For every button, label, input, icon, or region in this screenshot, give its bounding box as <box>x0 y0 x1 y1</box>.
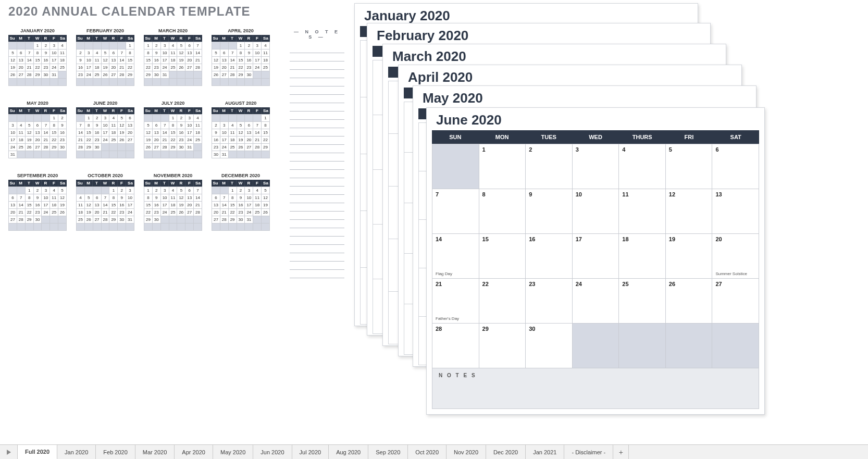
mini-month-body: 1234567891011121314151617181920212223242… <box>212 187 270 231</box>
mini-month-title: JULY 2020 <box>144 101 202 106</box>
mini-month-header: SuMTWRFSa <box>76 35 134 42</box>
day-cell[interactable]: 13 <box>712 189 759 234</box>
mini-month-title: JANUARY 2020 <box>8 28 67 33</box>
mini-month-header: SuMTWRFSa <box>212 180 270 187</box>
sheet-tab[interactable]: Apr 2020 <box>175 445 213 459</box>
month-page-stack: January 2020SUNMONTUESWEDTHURSFRISATFebr… <box>354 3 860 436</box>
day-cell[interactable]: 4 <box>619 144 666 189</box>
day-cell[interactable]: 5 <box>666 144 713 189</box>
mini-month-body: 1234567891011121314151617181920212223242… <box>8 114 67 158</box>
day-number: 12 <box>669 191 709 197</box>
day-number: 29 <box>482 326 523 332</box>
day-cell[interactable]: 28 <box>432 324 479 368</box>
month-page-title: February 2020 <box>367 23 710 46</box>
day-number: 13 <box>715 191 755 197</box>
sheet-tab[interactable]: Feb 2020 <box>96 445 135 459</box>
mini-month-header: SuMTWRFSa <box>212 107 270 114</box>
day-number: 30 <box>529 326 569 332</box>
notes-lines[interactable] <box>290 45 344 279</box>
sheet-tab[interactable]: Jan 2021 <box>526 445 564 459</box>
day-cell[interactable]: 29 <box>479 324 526 368</box>
mini-month-header: SuMTWRFSa <box>144 35 202 42</box>
day-number: 26 <box>669 281 709 287</box>
day-event: Father's Day <box>436 316 476 321</box>
day-cell[interactable]: 23 <box>526 279 573 324</box>
mini-month-title: NOVEMBER 2020 <box>144 173 202 178</box>
svg-marker-0 <box>7 450 11 455</box>
day-number: 19 <box>669 236 709 242</box>
day-cell[interactable]: 14Flag Day <box>432 234 479 279</box>
day-cell[interactable]: 19 <box>666 234 713 279</box>
sheet-tab[interactable]: Aug 2020 <box>329 445 368 459</box>
mini-month-body: 1234567891011121314151617181920212223242… <box>76 187 134 231</box>
mini-month: MAY 2020SuMTWRFSa12345678910111213141516… <box>8 101 67 158</box>
day-cell[interactable]: 22 <box>479 279 526 324</box>
month-page-title: April 2020 <box>399 65 741 88</box>
mini-month: OCTOBER 2020SuMTWRFSa1234567891011121314… <box>76 173 134 231</box>
mini-month: JANUARY 2020SuMTWRFSa1234567891011121314… <box>8 28 67 86</box>
mini-month-header: SuMTWRFSa <box>8 35 67 42</box>
mini-month: FEBRUARY 2020SuMTWRFSa123456789101112131… <box>76 28 134 86</box>
day-cell <box>573 324 619 368</box>
sheet-tab[interactable]: Mar 2020 <box>135 445 175 459</box>
day-cell[interactable]: 16 <box>526 234 573 279</box>
day-number: 28 <box>436 326 476 332</box>
month-page-title: March 2020 <box>383 44 726 67</box>
sheet-tab[interactable]: Jul 2020 <box>292 445 329 459</box>
day-cell[interactable]: 20Summer Solstice <box>712 234 759 279</box>
month-notes[interactable]: N O T E S <box>432 368 759 409</box>
day-cell[interactable]: 27 <box>712 279 759 324</box>
day-cell[interactable]: 3 <box>573 144 619 189</box>
day-cell[interactable]: 26 <box>666 279 713 324</box>
sheet-tab[interactable]: May 2020 <box>213 445 253 459</box>
day-number: 21 <box>436 281 476 287</box>
day-cell[interactable]: 2 <box>526 144 573 189</box>
day-number: 1 <box>482 146 523 153</box>
day-number: 20 <box>715 236 755 242</box>
mini-month: NOVEMBER 2020SuMTWRFSa123456789101112131… <box>144 173 202 231</box>
month-page-title: June 2020 <box>427 108 764 130</box>
day-cell[interactable]: 17 <box>573 234 619 279</box>
mini-month: DECEMBER 2020SuMTWRFSa123456789101112131… <box>212 173 270 231</box>
mini-month-header: SuMTWRFSa <box>8 107 67 114</box>
day-cell[interactable]: 9 <box>526 189 573 234</box>
sheet-nav-prev[interactable] <box>0 445 18 459</box>
sheet-tab[interactable]: Oct 2020 <box>408 445 447 459</box>
triangle-right-icon <box>7 450 11 455</box>
sheet-tab-bar: Full 2020Jan 2020Feb 2020Mar 2020Apr 202… <box>0 444 868 459</box>
day-cell[interactable]: 8 <box>479 189 526 234</box>
day-cell[interactable]: 30 <box>526 324 573 368</box>
add-sheet-button[interactable]: + <box>613 445 629 459</box>
day-number: 9 <box>529 191 569 197</box>
day-cell[interactable]: 25 <box>619 279 666 324</box>
mini-month-header: SuMTWRFSa <box>76 180 134 187</box>
day-cell[interactable]: 15 <box>479 234 526 279</box>
mini-month: SEPTEMBER 2020SuMTWRFSa12345678910111213… <box>8 173 67 231</box>
sheet-tab[interactable]: Jan 2020 <box>57 445 96 459</box>
day-cell[interactable]: 24 <box>573 279 619 324</box>
day-cell[interactable]: 1 <box>479 144 526 189</box>
day-number: 23 <box>529 281 569 287</box>
mini-month-header: SuMTWRFSa <box>8 180 67 187</box>
day-cell[interactable]: 12 <box>666 189 713 234</box>
day-cell[interactable]: 18 <box>619 234 666 279</box>
mini-month-body: 1234567891011121314151617181920212223242… <box>144 187 202 231</box>
mini-month-body: 1234567891011121314151617181920212223242… <box>76 114 134 158</box>
day-cell[interactable]: 6 <box>712 144 759 189</box>
sheet-tab[interactable]: Nov 2020 <box>447 445 486 459</box>
sheet-tab[interactable]: Full 2020 <box>18 445 57 459</box>
day-cell <box>432 144 479 189</box>
day-cell[interactable]: 7 <box>432 189 479 234</box>
mini-month-title: MAY 2020 <box>8 101 67 106</box>
sheet-tab[interactable]: Dec 2020 <box>486 445 526 459</box>
mini-month-title: DECEMBER 2020 <box>212 173 270 178</box>
day-number: 15 <box>482 236 523 242</box>
sheet-tab[interactable]: Sep 2020 <box>368 445 408 459</box>
sheet-tab[interactable]: - Disclaimer - <box>564 445 613 459</box>
day-cell[interactable]: 21Father's Day <box>432 279 479 324</box>
day-cell[interactable]: 10 <box>573 189 619 234</box>
sheet-tab[interactable]: Jun 2020 <box>253 445 292 459</box>
mini-month-body: 1234567891011121314151617181920212223242… <box>144 42 202 86</box>
mini-month-body: 1234567891011121314151617181920212223242… <box>76 42 134 86</box>
day-cell[interactable]: 11 <box>619 189 666 234</box>
